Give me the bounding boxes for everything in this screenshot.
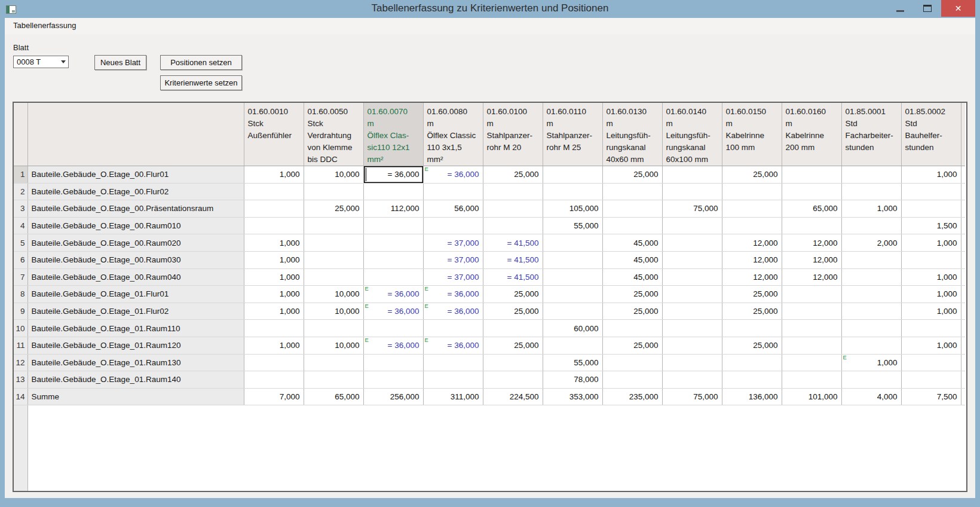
cell-01.60.0100[interactable]: 25,000 — [483, 303, 543, 320]
cell-01.85.0002[interactable] — [901, 320, 961, 337]
cell-01.60.0130[interactable]: 235,000 — [602, 388, 662, 405]
cell-01.85.0001[interactable] — [841, 251, 901, 268]
cell-01.60.0150[interactable]: 25,000 — [722, 286, 782, 303]
cell-01.85.0002[interactable]: 1,000 — [901, 268, 961, 286]
cell-01.60.0100[interactable]: = 41,500 — [483, 234, 543, 252]
row-label[interactable]: Bauteile.Gebäude_O.Etage_00.Raum020 — [27, 234, 244, 252]
cell-01.60.0150[interactable] — [722, 371, 782, 389]
row-label[interactable]: Bauteile.Gebäude_O.Etage_00.Raum030 — [27, 251, 244, 268]
row-label[interactable]: Bauteile.Gebäude_O.Etage_00.Flur02 — [27, 183, 244, 200]
blatt-select[interactable]: 0008 T — [13, 56, 69, 68]
cell-01.85.0002[interactable]: 1,500 — [901, 217, 961, 234]
cell-01.60.0070[interactable]: E= 36,000 — [363, 303, 423, 320]
row-label[interactable]: Bauteile.Gebäude_O.Etage_00.Raum010 — [27, 217, 244, 234]
cell-01.60.0130[interactable] — [602, 320, 662, 337]
cell-01.60.0160[interactable]: 12,000 — [782, 251, 841, 268]
row-label[interactable]: Bauteile.Gebäude_O.Etage_01.Raum130 — [27, 354, 244, 371]
cell-01.60.0110[interactable] — [543, 183, 602, 200]
column-header-01.60.0100[interactable]: 01.60.0100mStahlpanzer-rohr M 20 — [483, 103, 543, 166]
row-number-14[interactable]: 14 — [14, 388, 27, 405]
row-label[interactable]: Bauteile.Gebäude_O.Etage_01.Raum140 — [27, 371, 244, 389]
cell-01.60.0150[interactable]: 136,000 — [722, 388, 782, 405]
cell-01.60.0160[interactable] — [782, 183, 841, 200]
cell-01.60.0140[interactable] — [662, 234, 722, 252]
cell-01.60.0140[interactable] — [662, 268, 722, 286]
cell-01.60.0050[interactable] — [304, 354, 363, 371]
cell-01.60.0130[interactable]: 25,000 — [602, 166, 662, 184]
cell-01.60.0110[interactable] — [543, 303, 602, 320]
cell-01.60.0070[interactable] — [363, 268, 423, 286]
cell-01.60.0010[interactable]: 1,000 — [244, 234, 304, 252]
column-header-01.60.0010[interactable]: 01.60.0010StckAußenfühler — [244, 103, 304, 166]
cell-01.60.0130[interactable] — [602, 217, 662, 234]
cell-01.60.0080[interactable]: = 37,000 — [423, 251, 483, 268]
menu-item-tabellenerfassung[interactable]: Tabellenerfassung — [13, 21, 76, 30]
cell-01.60.0110[interactable]: 55,000 — [543, 217, 602, 234]
cell-01.85.0002[interactable] — [901, 200, 961, 218]
cell-01.60.0150[interactable] — [722, 354, 782, 371]
row-label[interactable]: Summe — [27, 388, 244, 405]
cell-01.60.0080[interactable]: = 37,000 — [423, 234, 483, 252]
cell-01.60.0070[interactable] — [363, 320, 423, 337]
column-header-01.85.0001[interactable]: 01.85.0001StdFacharbeiter-stunden — [841, 103, 901, 166]
cell-01.60.0160[interactable] — [782, 320, 841, 337]
cell-01.60.0070[interactable]: 112,000 — [363, 200, 423, 218]
cell-01.60.0110[interactable] — [543, 286, 602, 303]
cell-01.85.0002[interactable]: 1,000 — [901, 337, 961, 354]
cell-01.85.0001[interactable] — [841, 217, 901, 234]
cell-01.60.0100[interactable] — [483, 354, 543, 371]
new-sheet-button[interactable]: Neues Blatt — [94, 55, 146, 70]
cell-01.60.0010[interactable] — [244, 183, 304, 200]
cell-01.60.0140[interactable] — [662, 337, 722, 354]
row-number-11[interactable]: 11 — [14, 337, 27, 354]
set-positions-button[interactable]: Positionen setzen — [160, 55, 242, 70]
cell-01.60.0080[interactable] — [423, 371, 483, 389]
cell-01.60.0010[interactable]: 1,000 — [244, 337, 304, 354]
cell-01.60.0010[interactable]: 1,000 — [244, 251, 304, 268]
row-number-6[interactable]: 6 — [14, 251, 27, 268]
cell-01.85.0001[interactable] — [841, 303, 901, 320]
cell-01.60.0160[interactable]: 101,000 — [782, 388, 841, 405]
cell-01.85.0001[interactable] — [841, 286, 901, 303]
cell-01.60.0130[interactable]: 45,000 — [602, 234, 662, 252]
cell-01.60.0010[interactable] — [244, 354, 304, 371]
cell-01.60.0010[interactable]: 1,000 — [244, 268, 304, 286]
cell-01.60.0100[interactable]: = 41,500 — [483, 251, 543, 268]
set-criteria-button[interactable]: Kriterienwerte setzen — [160, 75, 242, 90]
row-label[interactable]: Bauteile.Gebäude_O.Etage_01.Flur01 — [27, 286, 244, 303]
column-header-01.60.0140[interactable]: 01.60.0140mLeitungsfüh-rungskanal60x100 … — [662, 103, 722, 166]
cell-01.85.0002[interactable] — [901, 183, 961, 200]
cell-01.60.0050[interactable] — [304, 217, 363, 234]
cell-01.60.0160[interactable]: 12,000 — [782, 234, 841, 252]
cell-01.60.0100[interactable]: 25,000 — [483, 166, 543, 184]
cell-01.60.0050[interactable] — [304, 183, 363, 200]
cell-01.85.0002[interactable] — [901, 371, 961, 389]
cell-01.60.0160[interactable] — [782, 286, 841, 303]
cell-01.60.0150[interactable] — [722, 217, 782, 234]
cell-01.60.0150[interactable]: 12,000 — [722, 234, 782, 252]
cell-01.60.0160[interactable]: 65,000 — [782, 200, 841, 218]
cell-01.60.0100[interactable]: 224,500 — [483, 388, 543, 405]
column-header-01.60.0050[interactable]: 01.60.0050StckVerdrahtungvon Klemmebis D… — [304, 103, 363, 166]
cell-01.60.0150[interactable]: 25,000 — [722, 166, 782, 184]
cell-01.60.0100[interactable]: 25,000 — [483, 337, 543, 354]
cell-01.85.0001[interactable] — [841, 337, 901, 354]
cell-01.60.0160[interactable] — [782, 354, 841, 371]
cell-01.60.0100[interactable] — [483, 371, 543, 389]
cell-01.60.0070[interactable]: E= 36,000 — [363, 337, 423, 354]
cell-01.60.0080[interactable]: = 37,000 — [423, 268, 483, 286]
cell-01.60.0110[interactable]: 105,000 — [543, 200, 602, 218]
cell-01.60.0140[interactable] — [662, 166, 722, 184]
cell-01.60.0150[interactable]: 12,000 — [722, 268, 782, 286]
cell-01.85.0002[interactable]: 1,000 — [901, 166, 961, 184]
cell-01.85.0002[interactable] — [901, 251, 961, 268]
cell-01.85.0002[interactable]: 1,000 — [901, 303, 961, 320]
cell-01.60.0080[interactable]: 311,000 — [423, 388, 483, 405]
cell-01.60.0070[interactable]: 256,000 — [363, 388, 423, 405]
cell-01.60.0050[interactable] — [304, 268, 363, 286]
cell-01.60.0070[interactable] — [363, 251, 423, 268]
maximize-button[interactable] — [914, 0, 941, 17]
row-label[interactable]: Bauteile.Gebäude_O.Etage_01.Raum120 — [27, 337, 244, 354]
row-label[interactable]: Bauteile.Gebäude_O.Etage_00.Raum040 — [27, 268, 244, 286]
column-header-01.60.0160[interactable]: 01.60.0160mKabelrinne200 mm — [782, 103, 841, 166]
